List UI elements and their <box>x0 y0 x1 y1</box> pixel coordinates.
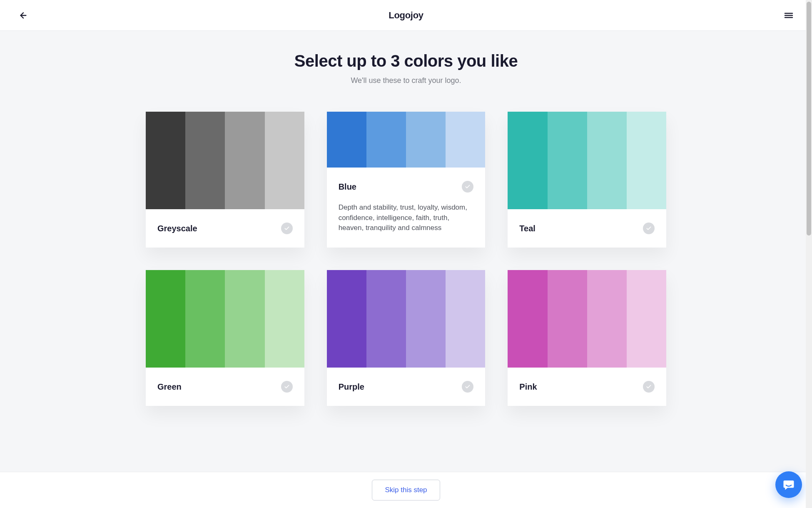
check-icon <box>646 225 652 231</box>
swatch <box>508 112 547 209</box>
card-body: Greyscale <box>146 209 304 248</box>
card-name: Blue <box>339 182 356 192</box>
card-name: Greyscale <box>157 224 197 233</box>
color-card-purple[interactable]: Purple <box>327 270 486 406</box>
card-name: Green <box>157 382 182 392</box>
card-header-row: Greyscale <box>157 223 293 234</box>
swatch-row <box>146 112 304 209</box>
color-card-greyscale[interactable]: Greyscale <box>146 112 304 248</box>
check-icon <box>646 384 652 390</box>
scrollbar-thumb[interactable] <box>807 2 811 235</box>
card-description: Depth and stability, trust, loyalty, wis… <box>339 203 474 233</box>
scrollbar[interactable] <box>806 0 812 464</box>
card-header-row: Pink <box>519 381 655 393</box>
card-body: BlueDepth and stability, trust, loyalty,… <box>327 168 486 247</box>
swatch <box>225 270 264 368</box>
select-check[interactable] <box>643 223 655 234</box>
swatch-row <box>327 112 486 168</box>
card-body: Pink <box>508 368 666 406</box>
swatch <box>265 270 304 368</box>
color-card-teal[interactable]: Teal <box>508 112 666 248</box>
page-subtitle: We'll use these to craft your logo. <box>146 76 666 85</box>
select-check[interactable] <box>281 381 293 393</box>
swatch <box>327 270 366 368</box>
swatch <box>627 112 666 209</box>
color-card-pink[interactable]: Pink <box>508 270 666 406</box>
color-cards-grid: GreyscaleBlueDepth and stability, trust,… <box>146 112 666 406</box>
swatch-row <box>327 270 486 368</box>
swatch <box>146 270 185 368</box>
check-icon <box>284 384 290 390</box>
header: Logojoy <box>0 0 812 31</box>
swatch <box>548 270 587 368</box>
swatch-row <box>508 112 666 209</box>
select-check[interactable] <box>462 181 473 193</box>
page-title: Select up to 3 colors you like <box>146 52 666 70</box>
swatch-row <box>146 270 304 368</box>
back-button[interactable] <box>17 9 30 22</box>
select-check[interactable] <box>281 223 293 234</box>
swatch <box>587 112 627 209</box>
color-card-green[interactable]: Green <box>146 270 304 406</box>
swatch <box>406 270 446 368</box>
swatch <box>627 270 666 368</box>
color-card-blue[interactable]: BlueDepth and stability, trust, loyalty,… <box>327 112 486 248</box>
swatch <box>327 112 366 168</box>
hamburger-icon <box>784 10 794 20</box>
card-name: Pink <box>519 382 537 392</box>
card-header-row: Teal <box>519 223 655 234</box>
card-name: Teal <box>519 224 536 233</box>
swatch <box>366 112 406 168</box>
card-body: Green <box>146 368 304 406</box>
check-icon <box>284 225 290 231</box>
arrow-left-icon <box>19 11 28 20</box>
card-name: Purple <box>339 382 364 392</box>
swatch <box>225 112 264 209</box>
card-header-row: Purple <box>339 381 474 393</box>
check-icon <box>465 384 471 390</box>
menu-button[interactable] <box>782 9 795 22</box>
check-icon <box>465 184 471 190</box>
swatch <box>146 112 185 209</box>
swatch <box>185 270 225 368</box>
swatch <box>446 112 485 168</box>
swatch <box>185 112 225 209</box>
swatch <box>587 270 627 368</box>
swatch-row <box>508 270 666 368</box>
select-check[interactable] <box>643 381 655 393</box>
card-body: Purple <box>327 368 486 406</box>
swatch <box>548 112 587 209</box>
card-body: Teal <box>508 209 666 248</box>
main-content: Select up to 3 colors you like We'll use… <box>115 31 697 464</box>
select-check[interactable] <box>462 381 473 393</box>
swatch <box>265 112 304 209</box>
card-header-row: Green <box>157 381 293 393</box>
swatch <box>406 112 446 168</box>
card-header-row: Blue <box>339 181 474 193</box>
swatch <box>508 270 547 368</box>
swatch <box>366 270 406 368</box>
brand-logo: Logojoy <box>389 10 423 21</box>
swatch <box>446 270 485 368</box>
